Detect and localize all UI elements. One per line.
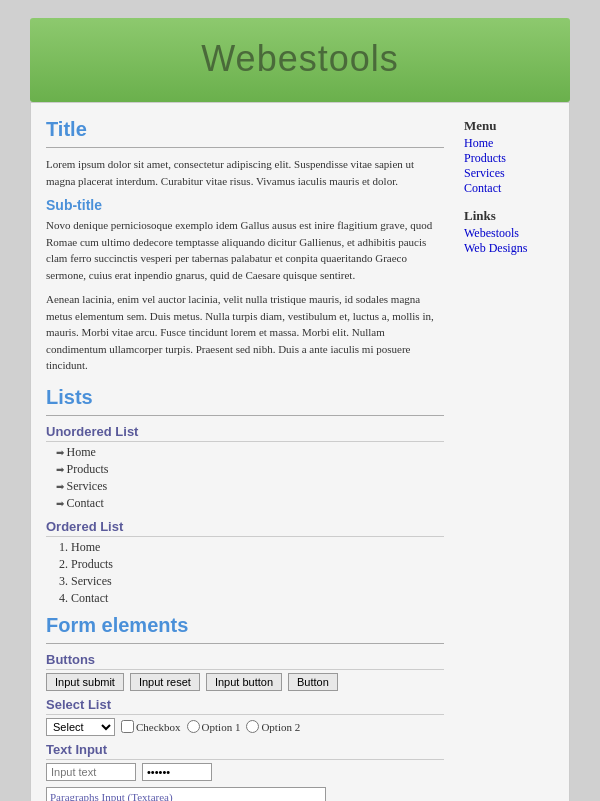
password-input[interactable] (142, 763, 212, 781)
layout: Title Lorem ipsum dolor sit amet, consec… (46, 118, 554, 801)
lists-title: Lists (46, 386, 444, 409)
list-item: Contact (71, 591, 444, 606)
sidebar-item-webdesigns[interactable]: Web Designs (464, 241, 554, 256)
sidebar-link-webestools[interactable]: Webestools (464, 226, 519, 240)
text-input-row (46, 763, 444, 781)
sidebar: Menu Home Products Services Contact Link… (464, 118, 554, 801)
sidebar-item-products[interactable]: Products (464, 151, 554, 166)
reset-button[interactable]: Input reset (130, 673, 200, 691)
radio2-input[interactable] (246, 720, 259, 733)
checkbox-text: Checkbox (136, 721, 181, 733)
site-title: Webestools (30, 38, 570, 80)
list-item: Contact (56, 496, 444, 511)
list-item: Home (71, 540, 444, 555)
buttons-title: Buttons (46, 652, 444, 670)
input-button[interactable]: Input button (206, 673, 282, 691)
list-item: Services (56, 479, 444, 494)
sidebar-link-products[interactable]: Products (464, 151, 506, 165)
subtitle: Sub-title (46, 197, 444, 213)
sidebar-link-webdesigns[interactable]: Web Designs (464, 241, 527, 255)
select-row: Select Option A Option B Checkbox Option… (46, 718, 444, 736)
sidebar-menu: Home Products Services Contact (464, 136, 554, 196)
sidebar-links-title: Links (464, 208, 554, 224)
sidebar-link-home[interactable]: Home (464, 136, 493, 150)
site-header: Webestools (30, 18, 570, 102)
ordered-list-title: Ordered List (46, 519, 444, 537)
textarea[interactable]: Paragraphs Input (Textarea) (46, 787, 326, 802)
text-input-title: Text Input (46, 742, 444, 760)
title-divider (46, 147, 444, 148)
checkbox-label[interactable]: Checkbox (121, 720, 181, 733)
buttons-row: Input submit Input reset Input button Bu… (46, 673, 444, 691)
form-divider (46, 643, 444, 644)
radio1-label[interactable]: Option 1 (187, 720, 241, 733)
content-area: Title Lorem ipsum dolor sit amet, consec… (46, 118, 464, 801)
submit-button[interactable]: Input submit (46, 673, 124, 691)
radio1-input[interactable] (187, 720, 200, 733)
subtitle-text2: Aenean lacinia, enim vel auctor lacinia,… (46, 291, 444, 374)
form-title: Form elements (46, 614, 444, 637)
sidebar-item-home[interactable]: Home (464, 136, 554, 151)
lists-section: Lists Unordered List Home Products Servi… (46, 386, 444, 606)
sidebar-menu-title: Menu (464, 118, 554, 134)
ordered-list: Home Products Services Contact (71, 540, 444, 606)
unordered-list: Home Products Services Contact (56, 445, 444, 511)
text-input[interactable] (46, 763, 136, 781)
sidebar-link-services[interactable]: Services (464, 166, 505, 180)
lists-divider (46, 415, 444, 416)
list-item: Products (56, 462, 444, 477)
sidebar-item-contact[interactable]: Contact (464, 181, 554, 196)
unordered-list-title: Unordered List (46, 424, 444, 442)
sidebar-ext-links: Webestools Web Designs (464, 226, 554, 256)
title-text: Lorem ipsum dolor sit amet, consectetur … (46, 156, 444, 189)
list-item: Products (71, 557, 444, 572)
page-title: Title (46, 118, 444, 141)
radio1-text: Option 1 (202, 721, 241, 733)
main-wrapper: Title Lorem ipsum dolor sit amet, consec… (30, 102, 570, 801)
list-item: Services (71, 574, 444, 589)
radio2-text: Option 2 (261, 721, 300, 733)
form-section: Form elements Buttons Input submit Input… (46, 614, 444, 802)
radio2-label[interactable]: Option 2 (246, 720, 300, 733)
sidebar-item-services[interactable]: Services (464, 166, 554, 181)
select-dropdown[interactable]: Select Option A Option B (46, 718, 115, 736)
list-item: Home (56, 445, 444, 460)
checkbox-input[interactable] (121, 720, 134, 733)
select-list-title: Select List (46, 697, 444, 715)
button[interactable]: Button (288, 673, 338, 691)
subtitle-text1: Novo denique perniciosoque exemplo idem … (46, 217, 444, 283)
sidebar-link-contact[interactable]: Contact (464, 181, 501, 195)
sidebar-item-webestools[interactable]: Webestools (464, 226, 554, 241)
